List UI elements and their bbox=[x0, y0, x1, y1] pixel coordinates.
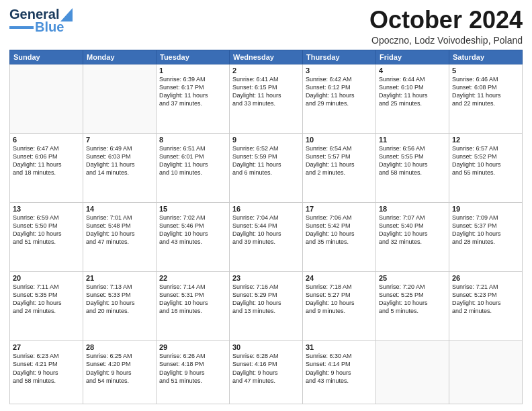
calendar-cell bbox=[376, 341, 449, 404]
day-number: 6 bbox=[13, 136, 80, 144]
calendar-cell bbox=[449, 341, 523, 404]
calendar-cell: 16Sunrise: 7:04 AM Sunset: 5:44 PM Dayli… bbox=[230, 202, 303, 271]
calendar-cell: 4Sunrise: 6:44 AM Sunset: 6:10 PM Daylig… bbox=[376, 64, 449, 133]
calendar-cell: 31Sunrise: 6:30 AM Sunset: 4:14 PM Dayli… bbox=[303, 341, 376, 404]
day-number: 31 bbox=[306, 343, 373, 351]
day-number: 12 bbox=[452, 136, 519, 144]
calendar-cell: 30Sunrise: 6:28 AM Sunset: 4:16 PM Dayli… bbox=[230, 341, 303, 404]
day-number: 14 bbox=[86, 205, 153, 213]
logo-blue: Blue bbox=[35, 19, 64, 35]
day-info: Sunrise: 6:54 AM Sunset: 5:57 PM Dayligh… bbox=[306, 144, 373, 177]
weekday-header-sunday: Sunday bbox=[10, 50, 83, 64]
day-number: 27 bbox=[13, 343, 80, 351]
day-info: Sunrise: 6:30 AM Sunset: 4:14 PM Dayligh… bbox=[306, 352, 373, 385]
calendar-table: SundayMondayTuesdayWednesdayThursdayFrid… bbox=[9, 50, 523, 404]
day-number: 15 bbox=[159, 205, 226, 213]
page: General Blue October 2024 Opoczno, Lodz … bbox=[0, 0, 532, 411]
calendar-week-row: 1Sunrise: 6:39 AM Sunset: 6:17 PM Daylig… bbox=[10, 64, 523, 133]
day-number: 22 bbox=[159, 274, 226, 282]
calendar-cell: 9Sunrise: 6:52 AM Sunset: 5:59 PM Daylig… bbox=[230, 133, 303, 202]
calendar-cell: 11Sunrise: 6:56 AM Sunset: 5:55 PM Dayli… bbox=[376, 133, 449, 202]
calendar-cell: 21Sunrise: 7:13 AM Sunset: 5:33 PM Dayli… bbox=[83, 272, 157, 341]
day-info: Sunrise: 7:18 AM Sunset: 5:27 PM Dayligh… bbox=[306, 283, 373, 316]
calendar-cell: 14Sunrise: 7:01 AM Sunset: 5:48 PM Dayli… bbox=[83, 202, 157, 271]
day-number: 18 bbox=[379, 205, 446, 213]
day-info: Sunrise: 6:44 AM Sunset: 6:10 PM Dayligh… bbox=[379, 75, 446, 108]
day-info: Sunrise: 6:47 AM Sunset: 6:06 PM Dayligh… bbox=[13, 144, 80, 177]
calendar-cell: 27Sunrise: 6:23 AM Sunset: 4:21 PM Dayli… bbox=[10, 341, 83, 404]
header: General Blue October 2024 Opoczno, Lodz … bbox=[9, 7, 523, 46]
day-number: 23 bbox=[232, 274, 300, 282]
day-info: Sunrise: 6:39 AM Sunset: 6:17 PM Dayligh… bbox=[159, 75, 226, 108]
calendar-cell: 17Sunrise: 7:06 AM Sunset: 5:42 PM Dayli… bbox=[303, 202, 376, 271]
calendar-cell: 23Sunrise: 7:16 AM Sunset: 5:29 PM Dayli… bbox=[230, 272, 303, 341]
weekday-header-saturday: Saturday bbox=[449, 50, 523, 64]
day-info: Sunrise: 6:57 AM Sunset: 5:52 PM Dayligh… bbox=[452, 144, 519, 177]
calendar-cell: 10Sunrise: 6:54 AM Sunset: 5:57 PM Dayli… bbox=[303, 133, 376, 202]
day-info: Sunrise: 7:21 AM Sunset: 5:23 PM Dayligh… bbox=[452, 283, 519, 316]
day-number: 7 bbox=[86, 136, 153, 144]
day-number: 20 bbox=[13, 274, 80, 282]
calendar-cell: 20Sunrise: 7:11 AM Sunset: 5:35 PM Dayli… bbox=[10, 272, 83, 341]
day-number: 16 bbox=[232, 205, 300, 213]
day-info: Sunrise: 6:26 AM Sunset: 4:18 PM Dayligh… bbox=[159, 352, 226, 385]
day-info: Sunrise: 6:56 AM Sunset: 5:55 PM Dayligh… bbox=[379, 144, 446, 177]
calendar-cell: 15Sunrise: 7:02 AM Sunset: 5:46 PM Dayli… bbox=[157, 202, 230, 271]
calendar-cell: 24Sunrise: 7:18 AM Sunset: 5:27 PM Dayli… bbox=[303, 272, 376, 341]
day-info: Sunrise: 6:28 AM Sunset: 4:16 PM Dayligh… bbox=[232, 352, 300, 385]
calendar-week-row: 27Sunrise: 6:23 AM Sunset: 4:21 PM Dayli… bbox=[10, 341, 523, 404]
calendar-week-row: 20Sunrise: 7:11 AM Sunset: 5:35 PM Dayli… bbox=[10, 272, 523, 341]
day-info: Sunrise: 7:02 AM Sunset: 5:46 PM Dayligh… bbox=[159, 214, 226, 246]
logo: General Blue bbox=[9, 7, 74, 35]
weekday-header-row: SundayMondayTuesdayWednesdayThursdayFrid… bbox=[10, 50, 523, 64]
weekday-header-friday: Friday bbox=[376, 50, 449, 64]
day-info: Sunrise: 6:59 AM Sunset: 5:50 PM Dayligh… bbox=[13, 214, 80, 246]
title-block: October 2024 Opoczno, Lodz Voivodeship, … bbox=[369, 7, 523, 46]
day-info: Sunrise: 6:23 AM Sunset: 4:21 PM Dayligh… bbox=[13, 352, 80, 385]
calendar-week-row: 13Sunrise: 6:59 AM Sunset: 5:50 PM Dayli… bbox=[10, 202, 523, 271]
weekday-header-monday: Monday bbox=[83, 50, 157, 64]
day-number: 2 bbox=[232, 66, 300, 75]
day-info: Sunrise: 7:09 AM Sunset: 5:37 PM Dayligh… bbox=[452, 214, 519, 246]
day-info: Sunrise: 6:52 AM Sunset: 5:59 PM Dayligh… bbox=[232, 144, 300, 177]
location-subtitle: Opoczno, Lodz Voivodeship, Poland bbox=[369, 35, 523, 46]
day-number: 4 bbox=[379, 66, 446, 75]
day-number: 10 bbox=[306, 136, 373, 144]
calendar-cell: 1Sunrise: 6:39 AM Sunset: 6:17 PM Daylig… bbox=[157, 64, 230, 133]
calendar-cell: 29Sunrise: 6:26 AM Sunset: 4:18 PM Dayli… bbox=[157, 341, 230, 404]
weekday-header-thursday: Thursday bbox=[303, 50, 376, 64]
calendar-cell: 18Sunrise: 7:07 AM Sunset: 5:40 PM Dayli… bbox=[376, 202, 449, 271]
calendar-cell: 25Sunrise: 7:20 AM Sunset: 5:25 PM Dayli… bbox=[376, 272, 449, 341]
calendar-cell: 7Sunrise: 6:49 AM Sunset: 6:03 PM Daylig… bbox=[83, 133, 157, 202]
day-info: Sunrise: 7:06 AM Sunset: 5:42 PM Dayligh… bbox=[306, 214, 373, 246]
day-info: Sunrise: 6:51 AM Sunset: 6:01 PM Dayligh… bbox=[159, 144, 226, 177]
day-number: 5 bbox=[452, 66, 519, 75]
svg-rect-1 bbox=[9, 26, 34, 29]
calendar-cell bbox=[83, 64, 157, 133]
day-number: 8 bbox=[159, 136, 226, 144]
day-number: 13 bbox=[13, 205, 80, 213]
calendar-cell: 6Sunrise: 6:47 AM Sunset: 6:06 PM Daylig… bbox=[10, 133, 83, 202]
day-info: Sunrise: 7:13 AM Sunset: 5:33 PM Dayligh… bbox=[86, 283, 153, 316]
day-number: 1 bbox=[159, 66, 226, 75]
weekday-header-wednesday: Wednesday bbox=[230, 50, 303, 64]
day-number: 9 bbox=[232, 136, 300, 144]
day-info: Sunrise: 7:14 AM Sunset: 5:31 PM Dayligh… bbox=[159, 283, 226, 316]
calendar-cell: 28Sunrise: 6:25 AM Sunset: 4:20 PM Dayli… bbox=[83, 341, 157, 404]
day-info: Sunrise: 6:41 AM Sunset: 6:15 PM Dayligh… bbox=[232, 75, 300, 108]
day-number: 3 bbox=[306, 66, 373, 75]
day-info: Sunrise: 7:07 AM Sunset: 5:40 PM Dayligh… bbox=[379, 214, 446, 246]
day-number: 24 bbox=[306, 274, 373, 282]
day-number: 30 bbox=[232, 343, 300, 351]
day-number: 29 bbox=[159, 343, 226, 351]
day-number: 19 bbox=[452, 205, 519, 213]
day-number: 17 bbox=[306, 205, 373, 213]
calendar-cell: 12Sunrise: 6:57 AM Sunset: 5:52 PM Dayli… bbox=[449, 133, 523, 202]
calendar-cell: 19Sunrise: 7:09 AM Sunset: 5:37 PM Dayli… bbox=[449, 202, 523, 271]
calendar-cell: 22Sunrise: 7:14 AM Sunset: 5:31 PM Dayli… bbox=[157, 272, 230, 341]
day-number: 25 bbox=[379, 274, 446, 282]
day-number: 21 bbox=[86, 274, 153, 282]
day-info: Sunrise: 7:01 AM Sunset: 5:48 PM Dayligh… bbox=[86, 214, 153, 246]
calendar-cell: 26Sunrise: 7:21 AM Sunset: 5:23 PM Dayli… bbox=[449, 272, 523, 341]
month-title: October 2024 bbox=[369, 7, 523, 34]
